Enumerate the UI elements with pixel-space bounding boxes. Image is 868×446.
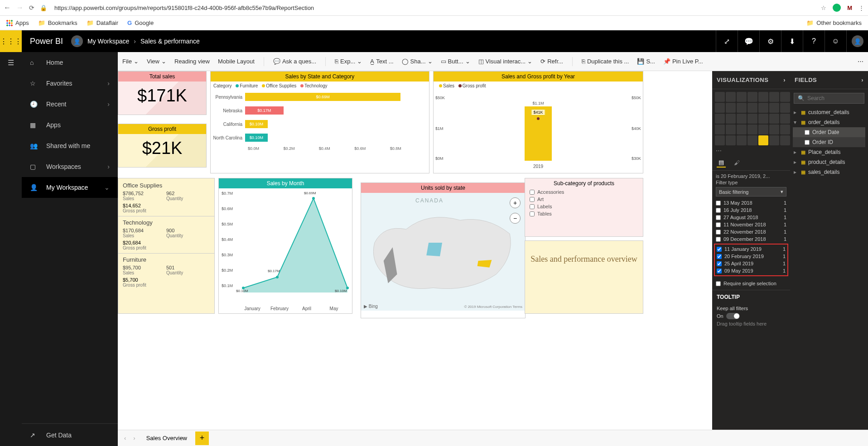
download-icon[interactable]: ⬇ <box>781 30 803 52</box>
nav-workspaces[interactable]: ▢Workspaces› <box>22 156 118 177</box>
apps-shortcut[interactable]: Apps <box>6 19 29 26</box>
field-table[interactable]: ▸ ▦ Place_details <box>793 147 865 157</box>
format-tab-icon[interactable]: 🖌 <box>732 158 741 168</box>
slicer-item[interactable]: Tables <box>525 210 643 217</box>
filter-date-row[interactable]: 25 April 20191 <box>717 260 786 267</box>
fields-tab-icon[interactable]: ▤ <box>717 158 726 168</box>
tile-sales-by-state[interactable]: Sales by State and Category Category Fur… <box>210 71 429 173</box>
breadcrumb-workspace[interactable]: My Workspace <box>87 38 129 45</box>
viz-type-icon[interactable] <box>715 103 725 113</box>
checkbox[interactable] <box>716 222 721 227</box>
checkbox[interactable] <box>530 190 535 195</box>
report-canvas[interactable]: Total sales $171K Gross profit $21K Sale… <box>118 71 712 430</box>
more-icon[interactable]: ⋯ <box>858 58 863 65</box>
checkbox[interactable] <box>805 140 810 145</box>
viz-type-icon[interactable] <box>780 135 790 145</box>
nav-home[interactable]: ⌂Home <box>22 52 118 73</box>
checkbox[interactable] <box>530 197 535 202</box>
pane-header[interactable]: VISUALIZATIONS› <box>712 71 790 89</box>
viz-type-icon[interactable] <box>769 114 779 124</box>
bookmark-google[interactable]: GGoogle <box>127 19 154 26</box>
keep-all-toggle[interactable] <box>726 313 740 319</box>
ask-question-button[interactable]: 💬Ask a ques... <box>273 58 316 65</box>
refresh-button[interactable]: ⟳Refr... <box>540 58 563 65</box>
field-table[interactable]: ▸ ▦ sales_details <box>793 167 865 177</box>
checkbox[interactable] <box>716 201 721 206</box>
forward-icon[interactable]: → <box>16 4 24 12</box>
viz-type-icon[interactable] <box>769 103 779 113</box>
filter-date-row[interactable]: 16 July 20181 <box>716 206 786 214</box>
feedback-icon[interactable]: ☺ <box>825 30 846 52</box>
viz-type-icon[interactable] <box>758 114 768 124</box>
filter-date-row[interactable]: 11 January 20191 <box>717 245 786 253</box>
help-icon[interactable]: ? <box>803 30 825 52</box>
require-single-checkbox[interactable] <box>716 281 721 286</box>
user-avatar-icon[interactable]: 👤 <box>846 30 868 52</box>
field-column[interactable]: Order ID <box>793 137 865 147</box>
viz-type-icon[interactable] <box>726 114 736 124</box>
breadcrumb-report[interactable]: Sales & performance <box>140 38 200 45</box>
reading-view-button[interactable]: Reading view <box>174 58 210 65</box>
nav-recent[interactable]: 🕘Recent› <box>22 94 118 115</box>
nav-apps[interactable]: ▦Apps <box>22 115 118 135</box>
viz-type-icon[interactable] <box>769 125 779 134</box>
nav-shared[interactable]: 👥Shared with me <box>22 135 118 156</box>
viz-type-icon[interactable] <box>758 92 768 102</box>
extension-icon[interactable]: M <box>847 5 852 11</box>
checkbox[interactable] <box>530 211 535 216</box>
field-table[interactable]: ▾ ▦ order_details <box>793 117 865 127</box>
add-page-button[interactable]: + <box>195 432 209 445</box>
viz-type-icon[interactable] <box>780 103 790 113</box>
tabs-next-icon[interactable]: › <box>130 435 138 441</box>
tile-map[interactable]: Units sold by state CANADA UNITED STATES… <box>361 182 526 318</box>
hamburger-icon[interactable]: ☰ <box>8 58 14 67</box>
filter-date-row[interactable]: 11 November 20181 <box>716 221 786 228</box>
field-column[interactable]: Order Date <box>793 127 865 137</box>
comments-icon[interactable]: 💬 <box>738 30 759 52</box>
nav-favorites[interactable]: ☆Favorites› <box>22 73 118 94</box>
viz-type-icon[interactable] <box>747 135 757 145</box>
other-bookmarks[interactable]: 📁Other bookmarks <box>806 19 862 26</box>
star-icon[interactable]: ☆ <box>821 5 826 11</box>
tile-sales-year[interactable]: Sales and Gross profit by Year Sales Gro… <box>433 71 643 173</box>
nav-my-workspace[interactable]: 👤My Workspace⌄ <box>22 177 118 198</box>
viz-type-icon[interactable] <box>726 103 736 113</box>
viz-type-icon[interactable] <box>715 135 725 145</box>
viz-type-icon[interactable] <box>726 92 736 102</box>
viz-type-icon[interactable] <box>780 92 790 102</box>
viz-type-icon[interactable] <box>737 125 747 134</box>
checkbox[interactable] <box>716 237 721 242</box>
save-button[interactable]: 💾S... <box>637 58 655 65</box>
reload-icon[interactable]: ⟳ <box>29 4 34 11</box>
checkbox[interactable] <box>717 269 722 273</box>
checkbox[interactable] <box>805 130 810 135</box>
view-menu[interactable]: View ⌄ <box>147 58 166 65</box>
pane-header[interactable]: FIELDS› <box>790 71 868 89</box>
pin-button[interactable]: 📌Pin Live P... <box>663 58 703 65</box>
field-table[interactable]: ▸ ▦ customer_details <box>793 107 865 117</box>
tile-total-sales[interactable]: Total sales $171K <box>118 71 207 115</box>
page-tab[interactable]: Sales Overview <box>140 431 193 445</box>
fields-search[interactable]: 🔍 <box>794 93 864 104</box>
settings-icon[interactable]: ⚙ <box>759 30 781 52</box>
back-icon[interactable]: ← <box>4 4 11 12</box>
bookmark-folder[interactable]: 📁Bookmarks <box>38 19 77 26</box>
viz-type-icon[interactable] <box>737 135 747 145</box>
filter-date-row[interactable]: 09 May 20191 <box>717 267 786 274</box>
viz-type-icon[interactable] <box>737 103 747 113</box>
checkbox[interactable] <box>716 215 721 220</box>
viz-type-icon[interactable] <box>747 125 757 134</box>
slicer-item[interactable]: Labels <box>525 203 643 210</box>
viz-type-icon[interactable] <box>747 92 757 102</box>
viz-type-icon[interactable] <box>726 125 736 134</box>
checkbox[interactable] <box>716 230 721 235</box>
filter-date-row[interactable]: 27 August 20181 <box>716 214 786 221</box>
filter-date-row[interactable]: 20 February 20191 <box>717 253 786 260</box>
field-table[interactable]: ▸ ▦ product_details <box>793 157 865 167</box>
textbox-button[interactable]: A̲Text ... <box>370 58 393 65</box>
checkbox[interactable] <box>530 204 535 209</box>
tile-gross-profit[interactable]: Gross profit $21K <box>118 124 207 168</box>
duplicate-button[interactable]: ⎘Duplicate this ... <box>582 58 629 65</box>
viz-type-icon[interactable] <box>758 125 768 134</box>
viz-type-icon[interactable] <box>780 114 790 124</box>
